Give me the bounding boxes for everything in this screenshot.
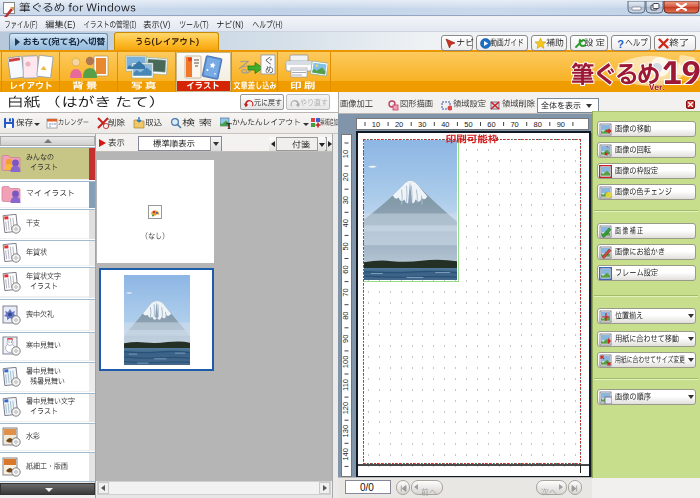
svg-text:140: 140 — [341, 448, 350, 461]
svg-text:?: ? — [617, 38, 624, 49]
svg-text:130: 130 — [341, 425, 350, 438]
svg-text:20: 20 — [395, 120, 403, 129]
svg-text:90: 90 — [557, 120, 565, 129]
svg-text:70: 70 — [341, 288, 350, 296]
svg-text:90: 90 — [341, 335, 350, 343]
svg-text:120: 120 — [341, 402, 350, 415]
svg-text:100: 100 — [341, 356, 350, 369]
svg-text:80: 80 — [534, 120, 542, 129]
svg-text:70: 70 — [510, 120, 518, 129]
svg-text:10: 10 — [372, 120, 380, 129]
svg-text:60: 60 — [487, 120, 495, 129]
svg-text:40: 40 — [341, 219, 350, 227]
svg-text:110: 110 — [341, 379, 350, 391]
svg-text:10: 10 — [341, 150, 350, 158]
svg-text:30: 30 — [341, 196, 350, 204]
svg-text:30: 30 — [418, 120, 426, 129]
svg-text:40: 40 — [441, 120, 449, 129]
svg-text:20: 20 — [341, 173, 350, 181]
svg-text:50: 50 — [464, 120, 472, 129]
svg-text:80: 80 — [341, 312, 350, 320]
svg-text:60: 60 — [341, 265, 350, 273]
svg-text:50: 50 — [341, 242, 350, 250]
